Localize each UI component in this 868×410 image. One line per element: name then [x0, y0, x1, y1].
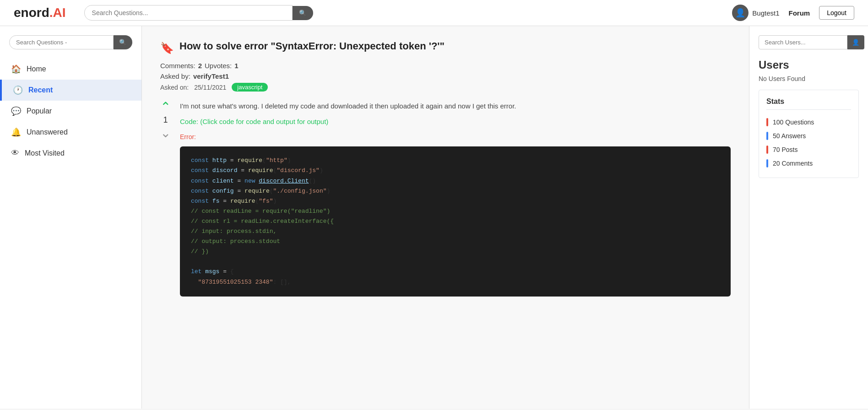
- stat-posts: 70 Posts: [766, 143, 851, 156]
- sidebar-item-label-home: Home: [27, 65, 46, 73]
- question-tag: javascript: [232, 83, 268, 92]
- stat-answers-label: 50 Answers: [773, 132, 806, 140]
- comments-label: Comments:: [160, 62, 195, 70]
- comments-count: 2: [198, 62, 202, 70]
- logout-button[interactable]: Logout: [819, 6, 854, 20]
- vote-count: 1: [163, 115, 168, 125]
- stats-title: Stats: [766, 97, 851, 110]
- recent-icon: 🕐: [13, 85, 23, 95]
- most-visited-icon: 👁: [11, 148, 19, 158]
- sidebar-item-popular[interactable]: 💬 Popular: [0, 101, 141, 122]
- sidebar-search-bar: 🔍: [9, 35, 132, 49]
- top-search-bar: 🔍: [84, 5, 313, 21]
- main-content: 🔖 How to solve error "SyntaxError: Unexp…: [142, 26, 749, 409]
- sidebar-item-home[interactable]: 🏠 Home: [0, 59, 141, 80]
- code-block[interactable]: const http = require("http") const disco…: [180, 146, 731, 296]
- stat-questions-label: 100 Questions: [773, 119, 814, 126]
- code-line-2: const discord = require("discord.js"): [191, 166, 720, 176]
- right-panel: 👤 Users No Users Found Stats 100 Questio…: [749, 26, 868, 409]
- stat-answers: 50 Answers: [766, 129, 851, 143]
- question-meta-row2: Asked on: 25/11/2021 javascript: [160, 83, 731, 92]
- sidebar-search-button[interactable]: 🔍: [114, 35, 132, 49]
- avatar: 👤: [732, 5, 749, 21]
- code-line-7: // const rl = readLine.createInterface({: [191, 216, 720, 227]
- right-search-bar: 👤: [759, 35, 859, 49]
- nav-right: 👤 Bugtest1 Forum Logout: [732, 5, 854, 21]
- popular-icon: 💬: [11, 106, 21, 116]
- stat-questions: 100 Questions: [766, 115, 851, 129]
- code-line-1: const http = require("http"): [191, 156, 720, 166]
- sidebar-item-unanswered[interactable]: 🔔 Unanswered: [0, 122, 141, 143]
- logo[interactable]: enord.AI: [14, 5, 66, 20]
- sidebar-item-label-most-visited: Most Visited: [25, 149, 65, 157]
- asked-by-label: Asked by:: [160, 72, 190, 80]
- sidebar-item-most-visited[interactable]: 👁 Most Visited: [0, 143, 141, 163]
- bar-questions: [766, 118, 768, 126]
- sidebar: 🔍 🏠 Home 🕐 Recent 💬 Popular 🔔 Unanswered…: [0, 26, 142, 409]
- code-line-11: let msgs = {: [191, 267, 720, 277]
- right-search-button[interactable]: 👤: [847, 35, 864, 49]
- stat-comments-label: 20 Comments: [773, 160, 813, 167]
- code-line-5: const fs = require("fs"): [191, 196, 720, 206]
- vote-column: ⌃ 1 ⌄: [160, 101, 171, 297]
- code-line-blank: [191, 257, 720, 267]
- code-line-12: "87319551025153 2348": [],: [191, 277, 720, 287]
- sidebar-item-label-unanswered: Unanswered: [27, 128, 68, 136]
- logo-ai: AI: [53, 5, 66, 20]
- top-search-input[interactable]: [84, 5, 293, 21]
- bar-answers: [766, 132, 768, 140]
- question-meta-row1: Comments: 2 Upvotes: 1: [160, 62, 731, 70]
- code-line-9: // output: process.stdout: [191, 237, 720, 247]
- right-search-input[interactable]: [759, 35, 847, 49]
- stat-posts-label: 70 Posts: [773, 146, 797, 153]
- code-hint-text: Code: (Click code for code and output fo…: [180, 116, 731, 127]
- asked-on-label: Asked on:: [160, 84, 189, 91]
- stats-box: Stats 100 Questions 50 Answers 70 Posts …: [759, 90, 859, 178]
- asked-on-date: 25/11/2021: [194, 84, 226, 91]
- code-line-8: // input: process.stdin,: [191, 227, 720, 237]
- bar-posts: [766, 146, 768, 154]
- logo-dot: .: [49, 5, 53, 20]
- logo-text-main: enord: [14, 5, 49, 20]
- asked-by-user: verifyTest1: [193, 72, 229, 80]
- bookmark-icon: 🔖: [160, 42, 174, 54]
- upvotes-count: 1: [234, 62, 238, 70]
- nav-user: 👤 Bugtest1: [732, 5, 779, 21]
- question-meta-asked-by: Asked by: verifyTest1: [160, 72, 731, 80]
- top-navigation: enord.AI 🔍 👤 Bugtest1 Forum Logout: [0, 0, 868, 26]
- vote-down-button[interactable]: ⌄: [160, 127, 171, 140]
- no-users-text: No Users Found: [759, 75, 859, 82]
- question-body-text: I'm not sure what's wrong. I deleted my …: [180, 101, 731, 112]
- forum-label: Forum: [789, 9, 810, 17]
- code-line-4: const config = require("./config.json"): [191, 186, 720, 196]
- error-label: Error:: [180, 132, 731, 142]
- stat-comments: 20 Comments: [766, 156, 851, 170]
- bar-comments: [766, 159, 768, 167]
- top-search-button[interactable]: 🔍: [293, 6, 313, 20]
- sidebar-item-label-popular: Popular: [27, 107, 52, 115]
- sidebar-search-input[interactable]: [9, 35, 114, 49]
- username-label: Bugtest1: [752, 9, 779, 17]
- code-line-3: const client = new discord.Client(): [191, 176, 720, 186]
- code-line-10: // }): [191, 247, 720, 257]
- sidebar-item-recent[interactable]: 🕐 Recent: [0, 80, 141, 101]
- page-layout: 🔍 🏠 Home 🕐 Recent 💬 Popular 🔔 Unanswered…: [0, 26, 868, 409]
- home-icon: 🏠: [11, 64, 21, 74]
- code-line-6: // const readLine = require("readline"): [191, 206, 720, 216]
- question-title-row: 🔖 How to solve error "SyntaxError: Unexp…: [160, 40, 731, 54]
- unanswered-icon: 🔔: [11, 127, 21, 137]
- question-body: ⌃ 1 ⌄ I'm not sure what's wrong. I delet…: [160, 101, 731, 297]
- question-text-area: I'm not sure what's wrong. I deleted my …: [180, 101, 731, 297]
- upvotes-label: Upvotes:: [205, 62, 232, 70]
- vote-up-button[interactable]: ⌃: [160, 101, 171, 113]
- sidebar-item-label-recent: Recent: [28, 86, 53, 94]
- users-heading: Users: [759, 59, 859, 71]
- question-title: How to solve error "SyntaxError: Unexpec…: [179, 40, 445, 53]
